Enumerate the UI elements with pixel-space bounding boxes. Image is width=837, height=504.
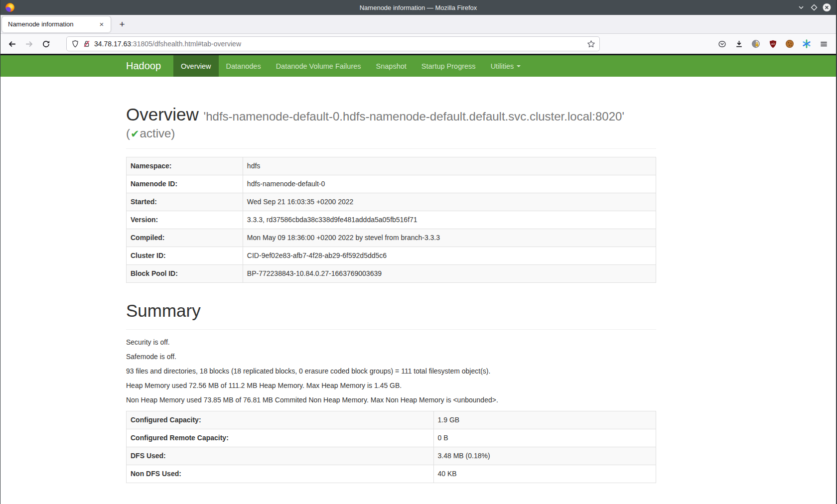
row-label: DFS Used: [127,447,434,465]
chevron-down-icon [797,3,805,11]
summary-line: Safemode is off. [126,352,656,362]
row-label: Compiled: [127,229,243,247]
nav-item-overview[interactable]: Overview [173,55,218,77]
row-value: Mon May 09 18:36:00 +0200 2022 by stevel… [243,229,656,247]
menu-icon [820,40,828,48]
new-tab-button[interactable]: + [115,17,130,32]
row-value: 0 B [433,429,656,447]
row-label: Cluster ID: [127,247,243,265]
ublock-origin-button[interactable]: uO [764,36,781,52]
table-row: Compiled:Mon May 09 18:36:00 +0200 2022 … [127,229,656,247]
summary-line: Non Heap Memory used 73.85 MB of 76.81 M… [126,395,656,405]
diamond-icon [810,3,818,11]
divider [126,329,656,330]
url-bar[interactable]: 34.78.17.63:31805/dfshealth.html#tab-ove… [66,36,600,51]
row-label: Configured Capacity: [127,411,434,429]
tab-strip: Namenode information × + [0,15,836,34]
close-icon [823,3,831,12]
row-value: hdfs [243,157,656,175]
summary-heading: Summary [126,301,656,321]
row-label: Started: [127,193,243,211]
downloads-button[interactable] [730,36,747,52]
row-value: CID-9ef02e83-afb7-4f28-ab29-6f592d5dd5c6 [243,247,656,265]
summary-text: Security is off.Safemode is off.93 files… [126,338,656,405]
summary-line: Heap Memory used 72.56 MB of 111.2 MB He… [126,381,656,390]
row-label: Namespace: [127,157,243,175]
shield-permissions-icon[interactable] [71,40,79,48]
ublock-origin-icon: uO [769,40,777,48]
row-label: Namenode ID: [127,175,243,193]
tab-namenode-information[interactable]: Namenode information × [2,16,111,32]
forward-button[interactable] [20,36,37,52]
row-label: Block Pool ID: [127,265,243,283]
summary-line: Security is off. [126,338,656,347]
tab-close-icon[interactable]: × [97,19,107,29]
row-value: 3.3.3, rd37586cbda38c338d9fe481addda5a05… [243,211,656,229]
row-value: BP-772238843-10.84.0.27-1663769003639 [243,265,656,283]
forward-icon [25,40,33,48]
maximize-button[interactable] [810,3,818,12]
table-row: Configured Remote Capacity:0 B [127,429,656,447]
row-value: Wed Sep 21 16:03:35 +0200 2022 [243,193,656,211]
tab-title: Namenode information [8,20,97,28]
nav-item-label: Startup Progress [421,62,476,70]
minimize-button[interactable] [797,3,805,12]
divider [126,148,656,149]
pocket-button[interactable] [713,36,730,52]
row-label: Non DFS Used: [127,465,434,483]
row-value: hdfs-namenode-default-0 [243,175,656,193]
nav-item-label: Datanodes [226,62,261,70]
namenode-status: (✔active) [126,126,656,140]
row-value: 3.48 MB (0.18%) [433,447,656,465]
close-button[interactable] [823,3,831,12]
nav-item-datanodes[interactable]: Datanodes [219,55,269,77]
check-icon: ✔ [130,128,140,139]
summary-line: 93 files and directories, 18 blocks (18 … [126,367,656,376]
page-content: Overview 'hdfs-namenode-default-0.hdfs-n… [126,105,656,483]
nav-item-label: Utilities [491,62,514,70]
overview-heading: Overview 'hdfs-namenode-default-0.hdfs-n… [126,105,656,125]
pinwheel-extension-button[interactable] [798,36,815,52]
nav-item-snapshot[interactable]: Snapshot [369,55,414,77]
table-row: Namenode ID:hdfs-namenode-default-0 [127,175,656,193]
nav-item-datanode-volume-failures[interactable]: Datanode Volume Failures [269,55,369,77]
url-path: :31805/dfshealth.html#tab-overview [131,40,241,48]
table-row: Block Pool ID:BP-772238843-10.84.0.27-16… [127,265,656,283]
nav-item-startup-progress[interactable]: Startup Progress [414,55,483,77]
hadoop-navbar: Hadoop OverviewDatanodesDatanode Volume … [0,55,836,77]
row-label: Version: [127,211,243,229]
namenode-address: 'hdfs-namenode-default-0.hdfs-namenode-d… [204,110,624,123]
table-row: Non DFS Used:40 KB [127,465,656,483]
download-icon [735,40,743,48]
nav-item-label: Datanode Volume Failures [276,62,361,70]
url-text[interactable]: 34.78.17.63:31805/dfshealth.html#tab-ove… [94,40,241,48]
svg-text:uO: uO [771,42,775,45]
table-row: Version:3.3.3, rd37586cbda38c338d9fe481a… [127,211,656,229]
menu-button[interactable] [815,36,832,52]
privacy-extension-button[interactable] [747,36,764,52]
extension-pinwheel-icon [802,39,811,48]
back-icon [8,40,16,48]
table-row: Configured Capacity:1.9 GB [127,411,656,429]
cookie-extension-button[interactable] [781,36,798,52]
row-value: 40 KB [433,465,656,483]
bookmark-star-icon[interactable] [587,40,595,48]
namenode-info-table: Namespace:hdfsNamenode ID:hdfs-namenode-… [126,157,656,283]
pocket-icon [718,40,726,48]
overview-title: Overview [126,105,199,124]
row-value: 1.9 GB [433,411,656,429]
cookie-extension-icon [785,39,794,48]
back-button[interactable] [3,36,20,52]
window-title: Namenode information — Mozilla Firefox [0,4,836,11]
navbar-brand-hadoop[interactable]: Hadoop [126,55,173,77]
table-row: Namespace:hdfs [127,157,656,175]
privacy-extension-icon [751,39,760,48]
browser-window: Namenode information — Mozilla Firefox N… [0,0,837,504]
firefox-logo-icon [5,3,14,12]
insecure-lock-icon[interactable] [83,40,91,48]
reload-button[interactable] [37,36,54,52]
table-row: Cluster ID:CID-9ef02e83-afb7-4f28-ab29-6… [127,247,656,265]
nav-item-utilities[interactable]: Utilities [483,55,529,77]
table-row: DFS Used:3.48 MB (0.18%) [127,447,656,465]
navigation-toolbar: 34.78.17.63:31805/dfshealth.html#tab-ove… [0,34,836,54]
